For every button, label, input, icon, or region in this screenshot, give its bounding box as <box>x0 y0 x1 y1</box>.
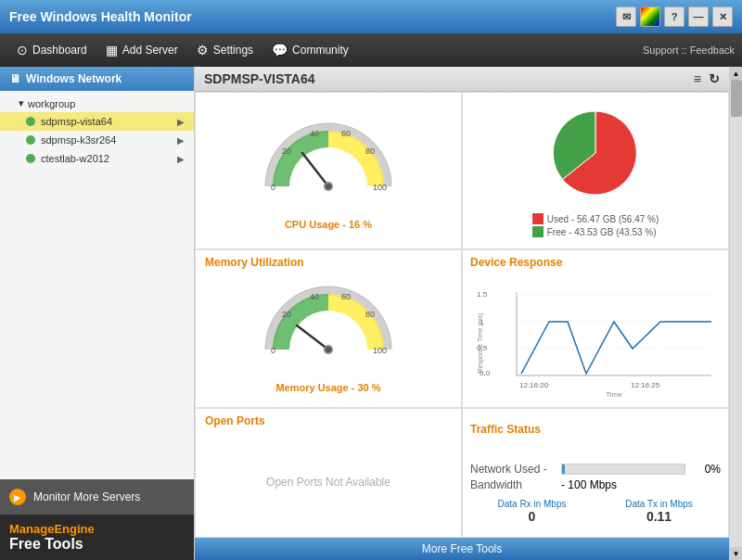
sidebar-item-ctestlab-w2012[interactable]: ctestlab-w2012 ▶ <box>0 149 194 168</box>
disk-free-legend: Free - 43.53 GB (43.53 %) <box>532 226 659 237</box>
scroll-thumb[interactable] <box>731 80 742 117</box>
content-grid: 0 20 40 60 80 100 CPU Usage - 16 % <box>195 92 729 538</box>
svg-text:60: 60 <box>341 129 351 138</box>
scroll-track[interactable] <box>730 80 742 547</box>
svg-text:Response Time (ms): Response Time (ms) <box>477 313 484 374</box>
support-link[interactable]: Support :: Feedback <box>643 45 735 56</box>
sidebar-item-label-1: sdpmsp-vista64 <box>41 116 112 127</box>
add-server-icon: ▦ <box>106 43 118 57</box>
minimize-button[interactable]: — <box>688 6 709 27</box>
sidebar-network-icon: 🖥 <box>9 72 20 85</box>
sidebar-item-label-2: sdpmsp-k3sr264 <box>41 134 116 146</box>
svg-text:40: 40 <box>310 129 319 138</box>
content-title: SDPMSP-VISTA64 <box>204 71 315 86</box>
menu-bar: ⊙ Dashboard ▦ Add Server ⚙ Settings 💬 Co… <box>0 33 742 67</box>
device-response-chart-container: 1.5 1 0.5 0.0 12:16:20 <box>470 287 721 401</box>
used-legend-box <box>532 213 544 224</box>
svg-text:80: 80 <box>365 146 375 156</box>
sidebar: 🖥 Windows Network ▾ workgroup sdpmsp-vis… <box>0 67 195 560</box>
main-layout: 🖥 Windows Network ▾ workgroup sdpmsp-vis… <box>0 67 742 560</box>
traffic-rx-stat: Data Rx in Mbps 0 <box>470 499 594 524</box>
email-button[interactable]: ✉ <box>616 6 636 27</box>
svg-text:40: 40 <box>310 292 319 301</box>
sidebar-item-left-2: sdpmsp-k3sr264 <box>26 134 116 146</box>
traffic-network-used-val: 0% <box>693 463 721 476</box>
disk-legend: Used - 56.47 GB (56.47 %) Free - 43.53 G… <box>532 211 659 239</box>
svg-text:0: 0 <box>271 183 275 192</box>
sidebar-group-workgroup: ▾ workgroup sdpmsp-vista64 ▶ sdpmsp-k3sr… <box>0 91 194 172</box>
more-free-tools-bar[interactable]: More Free Tools <box>195 538 729 560</box>
status-dot-green <box>26 117 35 126</box>
sidebar-arrow-icon-2: ▶ <box>177 135 185 146</box>
cpu-gauge: 0 20 40 60 80 100 <box>254 112 403 214</box>
color-button[interactable] <box>640 6 660 27</box>
sidebar-item-sdpmsp-k3sr264[interactable]: sdpmsp-k3sr264 ▶ <box>0 131 194 149</box>
device-response-section: Device Response 1.5 1 0.5 0.0 <box>462 249 729 408</box>
menu-settings-label: Settings <box>213 44 253 57</box>
dashboard-icon: ⊙ <box>17 43 28 57</box>
sidebar-item-left-3: ctestlab-w2012 <box>26 153 109 164</box>
sidebar-group-label: ▾ workgroup <box>0 95 194 112</box>
content-header-buttons: ≡ ↻ <box>694 71 720 86</box>
device-response-chart: 1.5 1 0.5 0.0 12:16:20 <box>470 287 721 399</box>
open-ports-label: Open Ports <box>205 414 265 427</box>
scrollbar[interactable]: ▲ ▼ <box>729 67 742 560</box>
traffic-bar-outer <box>561 464 685 475</box>
cpu-section: 0 20 40 60 80 100 CPU Usage - 16 % <box>195 92 462 249</box>
title-bar-buttons: ✉ ? — ✕ <box>616 6 733 27</box>
svg-text:100: 100 <box>373 346 387 355</box>
settings-icon: ⚙ <box>197 43 209 57</box>
brand-name: ManageEngine <box>9 522 185 536</box>
refresh-icon[interactable]: ↻ <box>709 71 720 86</box>
svg-text:0: 0 <box>271 346 275 355</box>
status-dot-green-3 <box>26 154 35 163</box>
disk-pie-chart <box>535 102 656 204</box>
play-icon: ▶ <box>9 489 26 505</box>
sidebar-item-sdpmsp-vista64[interactable]: sdpmsp-vista64 ▶ <box>0 112 194 131</box>
memory-gauge-label: Memory Usage - 30 % <box>275 382 380 393</box>
traffic-content: Network Used - 0% Bandwidth - 100 Mbps <box>470 460 721 524</box>
manage-engine-branding: ManageEngine Free Tools <box>0 515 194 560</box>
app-title: Free Windows Health Monitor <box>9 9 192 24</box>
disk-section: Used - 56.47 GB (56.47 %) Free - 43.53 G… <box>462 92 729 249</box>
monitor-more-button[interactable]: ▶ Monitor More Servers <box>0 479 194 515</box>
traffic-bar-inner <box>562 465 565 474</box>
sidebar-item-label-3: ctestlab-w2012 <box>41 153 109 164</box>
more-free-tools-label: More Free Tools <box>422 542 502 555</box>
scroll-up-arrow[interactable]: ▲ <box>730 67 743 80</box>
svg-text:12:16:20: 12:16:20 <box>519 381 549 389</box>
menu-dashboard-label: Dashboard <box>32 44 87 57</box>
close-button[interactable]: ✕ <box>712 6 733 27</box>
traffic-stats-grid: Data Rx in Mbps 0 Data Tx in Mbps 0.11 <box>470 499 721 524</box>
menu-add-server-label: Add Server <box>122 44 178 57</box>
menu-add-server[interactable]: ▦ Add Server <box>96 39 187 61</box>
menu-dashboard[interactable]: ⊙ Dashboard <box>7 39 96 61</box>
traffic-bandwidth-row: Bandwidth - 100 Mbps <box>470 478 721 491</box>
menu-settings[interactable]: ⚙ Settings <box>187 39 262 61</box>
memory-section: Memory Utilization 0 20 40 60 80 <box>195 249 462 408</box>
memory-gauge: 0 20 40 60 80 100 <box>254 275 403 377</box>
monitor-more-label: Monitor More Servers <box>33 490 140 503</box>
svg-point-12 <box>326 184 331 189</box>
community-icon: 💬 <box>272 43 288 57</box>
traffic-status-section: Traffic Status Network Used - 0% Bandwid… <box>462 408 729 538</box>
traffic-bandwidth-val: - 100 Mbps <box>561 478 617 491</box>
svg-text:Time: Time <box>606 390 622 399</box>
open-ports-section: Open Ports Open Ports Not Available <box>195 408 462 538</box>
workgroup-expand-icon: ▾ <box>19 97 24 109</box>
menu-community[interactable]: 💬 Community <box>262 39 358 61</box>
open-ports-message: Open Ports Not Available <box>266 476 390 489</box>
svg-text:1.5: 1.5 <box>477 290 488 299</box>
traffic-status-label: Traffic Status <box>470 423 541 436</box>
traffic-network-used-label: Network Used - <box>470 463 554 476</box>
sidebar-arrow-icon: ▶ <box>177 117 185 127</box>
content-wrapper: SDPMSP-VISTA64 ≡ ↻ <box>195 67 729 560</box>
scroll-down-arrow[interactable]: ▼ <box>730 547 743 560</box>
list-view-icon[interactable]: ≡ <box>694 71 701 86</box>
svg-text:60: 60 <box>341 292 351 301</box>
traffic-rx-val: 0 <box>470 509 594 524</box>
memory-section-label: Memory Utilization <box>205 256 304 269</box>
svg-text:20: 20 <box>282 146 291 156</box>
sidebar-spacer <box>0 172 194 479</box>
help-button[interactable]: ? <box>664 6 684 27</box>
